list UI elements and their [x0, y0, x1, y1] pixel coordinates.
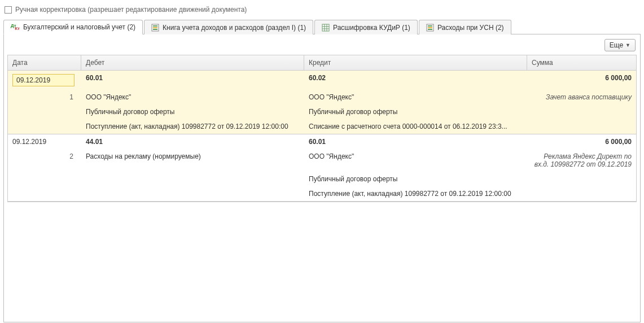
svg-rect-4 — [322, 24, 329, 31]
entry-sum: 6 000,00 — [527, 134, 636, 149]
svg-rect-1 — [153, 25, 157, 27]
debit-account: 44.01 — [81, 134, 304, 149]
credit-line: Публичный договор оферты — [304, 172, 527, 186]
entry-number: 1 — [8, 90, 81, 104]
tab-accounting[interactable]: ДтКт Бухгалтерский и налоговый учет (2) — [3, 20, 143, 34]
sheet-icon — [151, 24, 159, 32]
more-button-label: Еще — [610, 41, 623, 49]
debit-line: Публичный договор оферты — [81, 104, 304, 119]
grid-icon — [322, 24, 330, 32]
svg-rect-12 — [428, 29, 432, 30]
manual-adjustment-label: Ручная корректировка (разрешает редактир… — [15, 6, 247, 14]
credit-line: ООО "Яндекс" — [304, 90, 527, 104]
tabs-bar: ДтКт Бухгалтерский и налоговый учет (2) … — [3, 19, 641, 34]
entry-sum: 6 000,00 — [527, 71, 636, 90]
toolbar: Еще ▼ — [4, 34, 640, 55]
grid-header: Дата Дебет Кредит Сумма — [8, 55, 636, 71]
tab-kudir-book[interactable]: Книга учета доходов и расходов (раздел I… — [144, 20, 313, 34]
debit-account: 60.01 — [81, 71, 304, 90]
svg-rect-2 — [153, 27, 157, 28]
tab-kudir-detail[interactable]: Расшифровка КУДиР (1) — [314, 20, 418, 34]
svg-rect-10 — [428, 25, 432, 27]
chevron-down-icon: ▼ — [625, 42, 630, 48]
more-button[interactable]: Еще ▼ — [604, 39, 636, 51]
manual-adjustment-row: Ручная корректировка (разрешает редактир… — [3, 3, 641, 19]
entry-date[interactable]: 09.12.2019 — [12, 74, 75, 86]
manual-adjustment-checkbox[interactable] — [5, 6, 12, 14]
sheet-icon — [426, 24, 434, 32]
table-row[interactable]: 09.12.2019 60.01 60.02 6 000,00 1 ООО "Я… — [8, 71, 636, 134]
credit-line: Поступление (акт, накладная) 109982772 о… — [304, 186, 527, 201]
col-credit-header[interactable]: Кредит — [304, 55, 527, 70]
tab-label: Расходы при УСН (2) — [437, 24, 504, 32]
credit-line: Списание с расчетного счета 0000-000014 … — [304, 119, 527, 134]
tab-label: Книга учета доходов и расходов (раздел I… — [163, 24, 306, 32]
credit-account: 60.01 — [304, 134, 527, 149]
tab-usn-expenses[interactable]: Расходы при УСН (2) — [419, 20, 511, 34]
entry-note: Реклама Яндекс Директ по вх.д. 109982772… — [527, 149, 636, 172]
entry-number: 2 — [8, 149, 81, 172]
accounting-grid: Дата Дебет Кредит Сумма 09.12.2019 60.01… — [7, 55, 637, 202]
tab-content: Еще ▼ Дата Дебет Кредит Сумма 09.12.2019… — [3, 34, 641, 322]
dtkt-icon: ДтКт — [11, 23, 20, 31]
debit-line: Расходы на рекламу (нормируемые) — [81, 149, 304, 172]
col-debit-header[interactable]: Дебет — [81, 55, 304, 70]
table-row[interactable]: 09.12.2019 44.01 60.01 6 000,00 2 Расход… — [8, 134, 636, 202]
tab-label: Расшифровка КУДиР (1) — [333, 24, 410, 32]
svg-rect-3 — [153, 29, 157, 30]
col-date-header[interactable]: Дата — [8, 55, 81, 70]
debit-line: ООО "Яндекс" — [81, 90, 304, 104]
tab-label: Бухгалтерский и налоговый учет (2) — [23, 23, 135, 31]
debit-line: Поступление (акт, накладная) 109982772 о… — [81, 119, 304, 134]
svg-rect-11 — [428, 27, 432, 28]
credit-account: 60.02 — [304, 71, 527, 90]
col-sum-header[interactable]: Сумма — [527, 55, 636, 70]
credit-line: Публичный договор оферты — [304, 104, 527, 119]
credit-line: ООО "Яндекс" — [304, 149, 527, 172]
entry-date: 09.12.2019 — [8, 134, 81, 149]
entry-note: Зачет аванса поставщику — [527, 90, 636, 104]
